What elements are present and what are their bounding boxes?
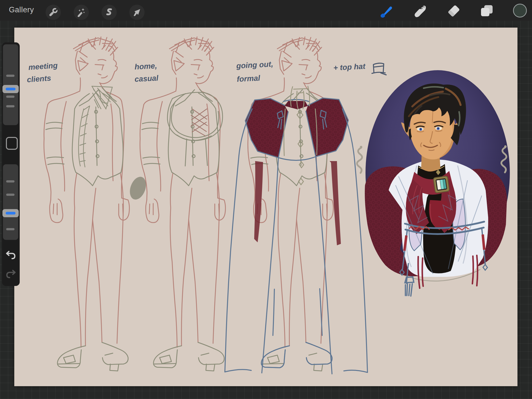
svg-text:+ top hat: + top hat — [333, 62, 366, 72]
svg-text:home,: home, — [134, 61, 157, 71]
svg-text:casual: casual — [134, 74, 159, 83]
svg-text:meeting: meeting — [28, 61, 58, 72]
svg-text:going out,: going out, — [236, 60, 273, 70]
svg-text:formal: formal — [237, 74, 261, 83]
svg-text:clients: clients — [27, 74, 51, 84]
